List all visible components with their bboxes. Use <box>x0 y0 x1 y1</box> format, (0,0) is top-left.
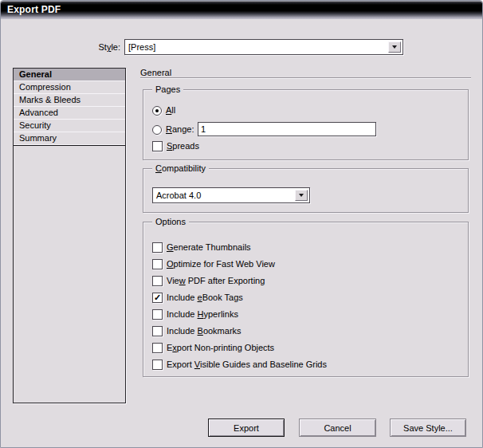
checkbox-include-bookmarks[interactable] <box>152 326 163 336</box>
option-label[interactable]: Include Bookmarks <box>167 326 242 336</box>
sidebar-item-general[interactable]: General <box>14 69 125 81</box>
options-group: Options Generate Thumbnails Optimize for… <box>143 222 469 377</box>
option-row: Export Visible Guides and Baseline Grids <box>152 360 327 370</box>
option-row: Optimize for Fast Web View <box>152 259 275 269</box>
pages-legend: Pages <box>152 84 183 95</box>
window-title: Export PDF <box>7 4 61 15</box>
checkbox-include-hyperlinks[interactable] <box>152 309 163 320</box>
option-label[interactable]: Export Visible Guides and Baseline Grids <box>167 360 327 370</box>
checkbox-generate-thumbnails[interactable] <box>152 242 163 253</box>
option-row: Include Hyperlinks <box>152 309 238 320</box>
range-radio-row: Range: <box>152 124 194 135</box>
checkbox-view-pdf-after-exporting[interactable] <box>152 276 163 286</box>
option-label[interactable]: Export Non-printing Objects <box>167 343 274 353</box>
style-select[interactable]: [Press] <box>124 39 403 55</box>
compatibility-dropdown-button[interactable] <box>295 190 308 201</box>
dropdown-arrow-icon <box>392 45 397 51</box>
all-radio[interactable] <box>152 106 162 116</box>
panel-divider <box>140 77 471 79</box>
radio-dot-icon <box>155 109 159 112</box>
sidebar-item-advanced[interactable]: Advanced <box>14 107 125 120</box>
spreads-row: Spreads <box>152 141 199 151</box>
option-label[interactable]: Optimize for Fast Web View <box>167 259 275 269</box>
checkbox-include-ebook-tags[interactable]: ✓ <box>152 293 163 303</box>
compatibility-group: Compatibility Acrobat 4.0 <box>143 168 469 213</box>
sidebar-item-security[interactable]: Security <box>14 120 125 132</box>
option-label[interactable]: Generate Thumbnails <box>167 242 251 253</box>
spreads-checkbox[interactable] <box>152 141 163 151</box>
dropdown-arrow-icon <box>299 194 304 199</box>
style-dropdown-button[interactable] <box>388 41 401 53</box>
option-label[interactable]: Include Hyperlinks <box>167 309 238 320</box>
export-pdf-dialog: Export PDF Style: [Press] General Compre… <box>0 0 483 448</box>
style-select-value: [Press] <box>128 42 155 53</box>
sidebar-item-compression[interactable]: Compression <box>14 81 125 94</box>
sidebar-item-summary[interactable]: Summary <box>14 132 125 145</box>
spreads-label[interactable]: Spreads <box>167 141 199 151</box>
all-label[interactable]: All <box>166 105 175 116</box>
options-legend: Options <box>152 217 189 227</box>
radio-dot-icon <box>155 128 159 132</box>
range-label[interactable]: Range: <box>166 124 194 135</box>
option-row: Include Bookmarks <box>152 326 242 336</box>
all-radio-row: All <box>152 105 175 116</box>
style-label: Style: <box>45 42 120 53</box>
option-row: Export Non-printing Objects <box>152 343 274 353</box>
compatibility-select-value: Acrobat 4.0 <box>156 191 201 201</box>
category-list: General Compression Marks & Bleeds Advan… <box>13 68 126 403</box>
checkbox-export-visible-guides[interactable] <box>152 360 163 370</box>
range-input[interactable] <box>198 122 376 136</box>
export-button[interactable]: Export <box>208 419 285 437</box>
option-row: ✓ Include eBook Tags <box>152 293 243 303</box>
check-icon: ✓ <box>154 293 161 302</box>
titlebar[interactable]: Export PDF <box>1 1 482 19</box>
sidebar-item-marks-bleeds[interactable]: Marks & Bleeds <box>14 94 125 107</box>
cancel-button[interactable]: Cancel <box>299 419 376 437</box>
range-radio[interactable] <box>152 125 162 135</box>
save-style-button[interactable]: Save Style... <box>390 419 466 437</box>
list-end-divider <box>14 145 125 146</box>
option-row: View PDF after Exporting <box>152 276 265 286</box>
checkbox-export-non-printing-objects[interactable] <box>152 343 163 353</box>
compatibility-legend: Compatibility <box>152 163 209 174</box>
checkbox-optimize-fast-web-view[interactable] <box>152 259 163 269</box>
option-label[interactable]: View PDF after Exporting <box>167 276 265 286</box>
option-row: Generate Thumbnails <box>152 242 251 253</box>
option-label[interactable]: Include eBook Tags <box>167 293 243 303</box>
compatibility-select[interactable]: Acrobat 4.0 <box>152 187 310 203</box>
